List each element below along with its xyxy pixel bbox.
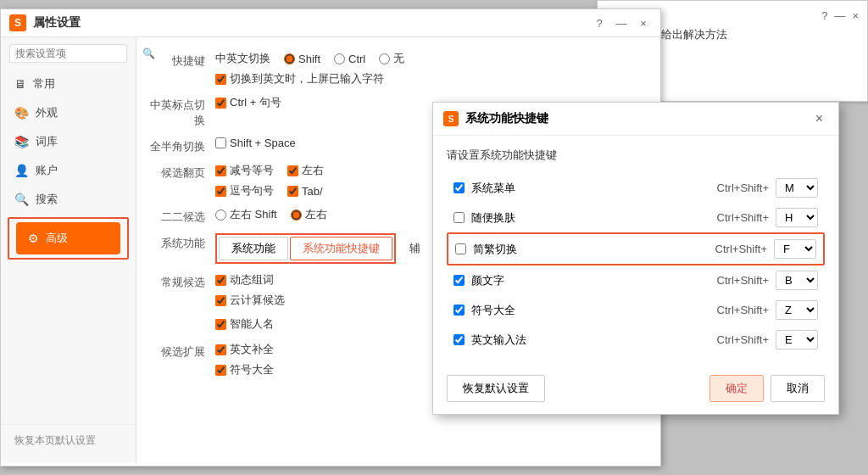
minus-equal-checkbox[interactable]: 减号等号	[215, 163, 274, 178]
candidate-page-label: 候选翻页	[150, 163, 205, 181]
dictionary-icon: 📚	[14, 135, 29, 148]
ctrl-dot-checkbox[interactable]: Ctrl + 句号	[215, 95, 281, 110]
sidebar-item-search[interactable]: 🔍 搜索	[1, 185, 136, 214]
ext-label: 候选扩展	[150, 342, 205, 360]
advanced-icon: ⚙	[28, 232, 39, 245]
sidebar-item-advanced[interactable]: ⚙ 高级	[16, 222, 120, 254]
sysmenu-key-select[interactable]: M	[776, 178, 818, 198]
left-right-checkbox[interactable]: 左右	[287, 163, 324, 178]
dialog-icon: S	[443, 111, 459, 126]
shift-radio[interactable]: Shift	[284, 53, 320, 65]
punctuation-checkbox[interactable]: 符号大全	[215, 362, 429, 377]
ctrl-radio[interactable]: Ctrl	[334, 53, 365, 65]
punct-label: 中英标点切换	[150, 95, 205, 128]
sidebar: 🔍 🖥 常用 🎨 外观 📚 词库 👤 账户 🔍 搜索	[1, 37, 136, 463]
left-right-shift-radio[interactable]: 左右 Shift	[215, 207, 277, 222]
en-input-checkbox[interactable]	[453, 334, 465, 345]
app-icon: S	[9, 14, 26, 31]
question-button[interactable]: ?	[591, 14, 608, 31]
search-box[interactable]: 🔍	[9, 44, 127, 63]
symbols-prefix: Ctrl+Shift+	[717, 304, 769, 316]
bg-question: ?	[821, 9, 827, 22]
dialog-titlebar: S 系统功能快捷键 ×	[433, 103, 838, 136]
title-controls: ? — ×	[591, 14, 652, 31]
bg-minimize[interactable]: —	[834, 9, 845, 22]
shortcut-row-symbols: 符号大全 Ctrl+Shift+ Z	[447, 295, 825, 325]
sysmenu-checkbox[interactable]	[453, 182, 465, 193]
sysmenu-prefix: Ctrl+Shift+	[717, 182, 769, 194]
symbols-checkbox[interactable]	[453, 305, 465, 316]
common-icon: 🖥	[14, 77, 26, 91]
reset-button[interactable]: 恢复默认设置	[447, 375, 545, 402]
bg-close[interactable]: ×	[852, 9, 859, 22]
skin-name: 随便换肤	[471, 210, 710, 226]
fullhalf-label: 全半角切换	[150, 137, 205, 154]
account-icon: 👤	[14, 164, 29, 177]
sidebar-item-label-advanced: 高级	[46, 231, 68, 246]
sidebar-item-label-common: 常用	[33, 76, 55, 92]
sys-func-shortcut-button[interactable]: 系统功能快捷键	[290, 237, 392, 260]
comma-period-checkbox[interactable]: 逗号句号	[215, 183, 274, 198]
cn-en-row: 中英文切换 Shift Ctrl 无	[215, 51, 647, 66]
shortcut-row-simptrad: 简繁切换 Ctrl+Shift+ F	[447, 232, 825, 265]
sys-func-label: 系统功能	[150, 233, 205, 251]
sidebar-item-dictionary[interactable]: 📚 词库	[1, 127, 136, 156]
sidebar-item-account[interactable]: 👤 账户	[1, 156, 136, 185]
search-sidebar-icon: 🔍	[14, 193, 29, 206]
sys-func-outlined-group: 系统功能 系统功能快捷键	[215, 233, 396, 264]
shortcut-content: 中英文切换 Shift Ctrl 无	[215, 51, 647, 87]
minimize-button[interactable]: —	[613, 14, 630, 31]
symbols-key-select[interactable]: Z	[776, 300, 818, 320]
en-completion-checkbox[interactable]: 英文补全	[215, 342, 429, 357]
tab-checkbox[interactable]: Tab/	[287, 185, 323, 198]
aux-label: 辅	[409, 241, 420, 256]
close-button[interactable]: ×	[635, 14, 652, 31]
symbols-name: 符号大全	[471, 303, 710, 318]
simptrad-name: 简繁切换	[473, 242, 709, 257]
simptrad-checkbox[interactable]	[455, 243, 466, 254]
dialog-close-button[interactable]: ×	[810, 109, 828, 128]
confirm-button[interactable]: 确定	[709, 375, 764, 402]
emoji-key-select[interactable]: B	[776, 271, 818, 290]
simptrad-prefix: Ctrl+Shift+	[715, 243, 767, 255]
dialog-footer: 恢复默认设置 确定 取消	[433, 366, 838, 414]
simptrad-key-select[interactable]: F	[774, 239, 816, 259]
dialog-subtitle: 请设置系统功能快捷键	[447, 148, 825, 163]
sidebar-item-label-dictionary: 词库	[36, 134, 58, 149]
sidebar-item-appearance[interactable]: 🎨 外观	[1, 98, 136, 127]
cloud-checkbox[interactable]: 云计算候选	[215, 293, 429, 308]
shortcut-row-emoji: 颜文字 Ctrl+Shift+ B	[447, 265, 825, 295]
emoji-checkbox[interactable]	[453, 275, 465, 286]
shortcut-row-skin: 随便换肤 Ctrl+Shift+ H	[447, 203, 825, 232]
en-input-prefix: Ctrl+Shift+	[717, 333, 769, 346]
switch-en-row: 切换到英文时，上屏已输入字符	[215, 71, 647, 87]
none-radio[interactable]: 无	[379, 51, 404, 66]
shift-space-checkbox[interactable]: Shift + Space	[215, 137, 296, 149]
appearance-icon: 🎨	[14, 106, 29, 120]
main-titlebar: S 属性设置 ? — ×	[1, 9, 660, 37]
shortcut-row-en-input: 英文输入法 Ctrl+Shift+ E	[447, 325, 825, 355]
switch-en-checkbox[interactable]: 切换到英文时，上屏已输入字符	[215, 71, 384, 87]
left-right-2-radio[interactable]: 左右	[291, 207, 327, 222]
dynamic-composition-checkbox[interactable]: 动态组词	[215, 272, 429, 288]
en-input-name: 英文输入法	[471, 332, 710, 348]
sidebar-item-common[interactable]: 🖥 常用	[1, 70, 136, 98]
sysmenu-name: 系统菜单	[471, 181, 710, 196]
skin-key-select[interactable]: H	[776, 208, 818, 227]
sidebar-item-label-search: 搜索	[36, 192, 58, 207]
skin-checkbox[interactable]	[453, 212, 465, 223]
cn-en-label: 中英文切换	[215, 51, 270, 66]
two-two-label: 二二候选	[150, 207, 205, 225]
advanced-outline: ⚙ 高级	[8, 217, 129, 260]
restore-defaults-button[interactable]: 恢复本页默认设置	[1, 424, 136, 456]
sys-func-button[interactable]: 系统功能	[219, 237, 288, 260]
normal-candidates-label: 常规候选	[150, 272, 205, 290]
skin-prefix: Ctrl+Shift+	[717, 211, 769, 224]
en-input-key-select[interactable]: E	[776, 330, 818, 349]
emoji-name: 颜文字	[471, 273, 710, 288]
shortcut-section: 快捷键 中英文切换 Shift Ctrl	[150, 51, 647, 87]
shortcut-dialog: S 系统功能快捷键 × 请设置系统功能快捷键 系统菜单 Ctrl+Shift+ …	[432, 102, 839, 415]
sidebar-item-label-appearance: 外观	[36, 105, 58, 120]
search-input[interactable]	[15, 48, 142, 59]
cancel-button[interactable]: 取消	[771, 375, 825, 402]
